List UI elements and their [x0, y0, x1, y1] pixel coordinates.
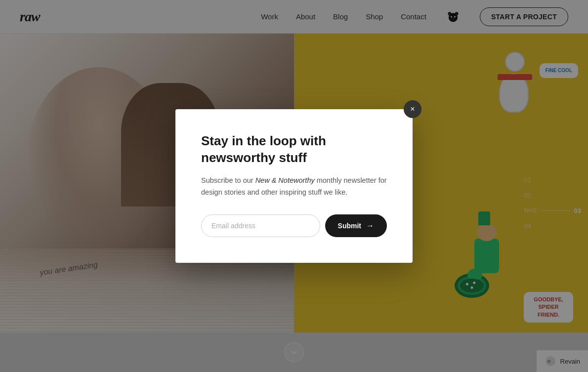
close-icon: × — [410, 105, 415, 114]
email-input[interactable] — [201, 214, 320, 237]
modal-overlay[interactable]: × Stay in the loop with newsworthy stuff… — [0, 0, 588, 372]
modal-desc-plain: Subscribe to our — [201, 176, 255, 184]
submit-label: Submit — [338, 222, 361, 230]
modal-description: Subscribe to our New & Noteworthy monthl… — [201, 175, 387, 199]
submit-button[interactable]: Submit → — [325, 214, 387, 237]
submit-arrow-icon: → — [366, 221, 374, 230]
newsletter-form: Submit → — [201, 214, 387, 237]
newsletter-modal: × Stay in the loop with newsworthy stuff… — [175, 109, 413, 263]
modal-title: Stay in the loop with newsworthy stuff — [201, 133, 387, 166]
modal-close-button[interactable]: × — [404, 100, 421, 118]
modal-desc-italic: New & Noteworthy — [255, 176, 315, 184]
